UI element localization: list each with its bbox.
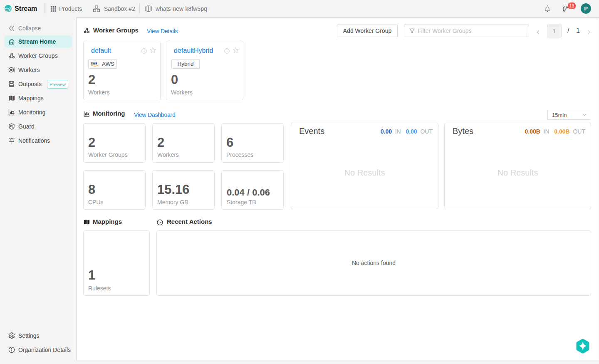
svg-text:aws: aws bbox=[91, 62, 97, 65]
